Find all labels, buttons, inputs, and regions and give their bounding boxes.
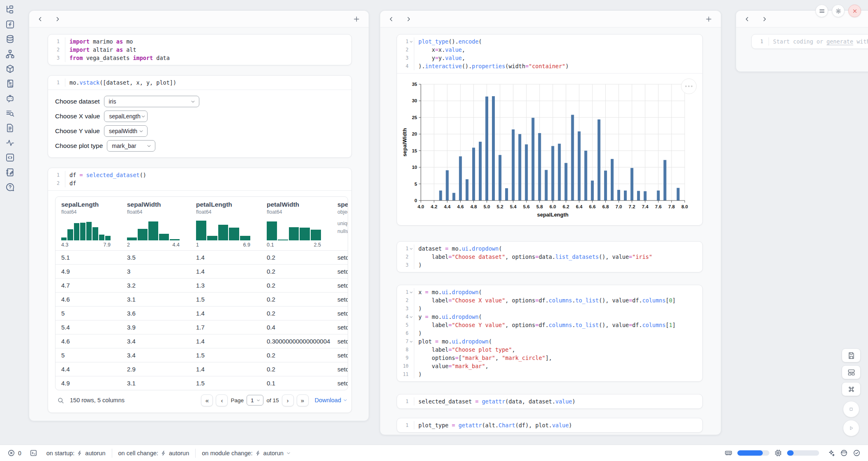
menu-button[interactable] [815,5,828,17]
code-editor[interactable]: 1plot_type = getattr(alt.Chart(df), plot… [397,418,702,432]
sparkles-icon[interactable] [827,449,835,457]
file-tree-icon[interactable] [5,5,15,14]
svg-text:7.8: 7.8 [668,204,675,209]
table-row[interactable]: 4.931.40.2setosa [55,264,348,278]
fold-indicator-icon[interactable] [409,288,414,296]
line-number: 3 [397,304,409,313]
bot-chat-icon[interactable] [5,94,15,103]
chevron-right-icon[interactable] [405,16,412,23]
database-icon[interactable] [5,35,15,44]
table-row[interactable]: 4.93.11.50.1setosa [55,376,348,390]
column-histogram[interactable] [61,218,111,240]
code-text: x=x.value, [414,46,465,54]
download-button[interactable]: Download [315,397,348,403]
table-cell: 4.9 [55,265,121,278]
dropdown-select[interactable]: mark_bar [107,140,155,152]
errors-indicator[interactable]: 0 [7,449,21,457]
fold-gutter [409,370,414,378]
notebook-pen-icon[interactable] [5,168,15,177]
help-circle-icon[interactable] [5,182,15,192]
first-page-button[interactable]: « [201,394,213,406]
chevron-left-icon[interactable] [388,16,395,23]
cell-dataset-dropdown: 1dataset = mo.ui.dropdown(2 label="Choos… [397,241,703,272]
code-editor[interactable]: 1mo.vstack([dataset, x, y, plot]) [48,76,351,90]
dropdown-value: sepalWidth [109,128,137,134]
code-editor[interactable]: 1selected_dataset = getattr(data, datase… [397,394,702,408]
on-startup-setting[interactable]: on startup: autorun [46,450,106,456]
table-row[interactable]: 4.63.11.50.2setosa [55,292,348,306]
table-row[interactable]: 5.43.91.70.4setosa [55,320,348,334]
column-histogram[interactable] [196,218,250,240]
page-select[interactable]: 1 [247,395,264,406]
chart-actions-button[interactable] [681,78,697,94]
fold-indicator-icon[interactable] [409,37,414,46]
terminal-button[interactable] [30,449,37,457]
column-dtype: float64 [127,209,190,215]
add-cell-icon[interactable] [353,15,360,23]
table-row[interactable]: 4.63.41.40.30000000000000004setosa [55,334,348,348]
table-row[interactable]: 53.41.50.2setosa [55,348,348,362]
package-icon[interactable] [5,64,15,74]
command-palette-button[interactable] [842,382,861,396]
connection-status-icon[interactable] [853,449,861,457]
on-cell-change-setting[interactable]: on cell change: autorun [118,450,189,456]
chevron-right-icon[interactable] [761,16,768,23]
close-button[interactable] [848,5,861,17]
function-square-icon[interactable] [5,20,15,29]
dropdown-select[interactable]: sepalLength [104,111,148,122]
network-icon[interactable] [5,49,15,59]
search-list-icon[interactable] [5,108,15,118]
chevron-down-icon [141,114,146,119]
fold-gutter [409,329,414,337]
table-row[interactable]: 5.13.51.40.2setosa [55,250,348,264]
table-row[interactable]: 4.42.91.40.2setosa [55,362,348,376]
code-editor[interactable]: 1plot_type().encode(2 x=x.value,3 y=y.va… [397,35,702,73]
dropdown-select[interactable]: sepalWidth [104,125,148,137]
assistant-icon[interactable] [840,449,848,457]
code-editor[interactable]: 1 Start coding or generate with [752,35,868,48]
add-cell-icon[interactable] [705,15,713,23]
chevron-left-icon[interactable] [743,16,750,23]
table-cell: 5.4 [55,320,121,334]
settings-button[interactable] [832,5,845,17]
code-text: import marimo as mo [65,37,133,46]
last-page-button[interactable]: » [297,394,309,406]
stop-button[interactable] [843,401,859,417]
generate-link[interactable]: generate [826,38,853,45]
code-editor[interactable]: 1df = selected_dataset()2df [48,168,351,190]
code-editor[interactable]: 1dataset = mo.ui.dropdown(2 label="Choos… [397,242,702,272]
chevron-right-icon[interactable] [54,16,61,23]
table-row[interactable]: 4.73.21.30.2setosa [55,278,348,292]
dropdown-select[interactable]: iris [104,96,199,107]
code-box-icon[interactable] [5,153,15,162]
column-histogram[interactable] [267,218,321,240]
fold-indicator-icon[interactable] [409,337,414,346]
search-icon[interactable] [57,397,64,404]
table-cell: 1.4 [190,307,261,320]
chart-output: 051015202530354.04.24.44.64.85.05.25.45.… [397,73,702,225]
file-text-icon[interactable] [5,123,15,133]
fold-indicator-icon[interactable] [409,313,414,321]
chevron-left-icon[interactable] [37,16,44,23]
line-number: 2 [397,296,409,304]
scroll-icon[interactable] [5,79,15,88]
table-cell: 4.6 [55,334,121,348]
segment-label: on module change: [202,450,252,456]
bar-chart[interactable]: 051015202530354.04.24.44.64.85.05.25.45.… [401,78,689,220]
fold-indicator-icon[interactable] [409,244,414,253]
dropdown-label: Choose dataset [55,98,100,105]
code-editor[interactable]: 1x = mo.ui.dropdown(2 label="Choose X va… [397,285,702,381]
lightning-icon [255,450,261,456]
save-button[interactable] [842,348,861,362]
code-line: 4y = mo.ui.dropdown( [397,313,702,321]
run-button[interactable] [843,420,859,436]
activity-icon[interactable] [5,138,15,148]
code-editor[interactable]: 1import marimo as mo2import altair as al… [48,35,351,65]
next-page-button[interactable]: › [282,394,294,406]
layout-button[interactable] [842,365,861,379]
column-histogram[interactable] [127,218,180,240]
notebook-column-2: 1plot_type().encode(2 x=x.value,3 y=y.va… [380,10,721,435]
table-row[interactable]: 53.61.40.2setosa [55,306,348,320]
prev-page-button[interactable]: ‹ [216,394,228,406]
on-module-change-setting[interactable]: on module change: autorun [202,450,291,456]
